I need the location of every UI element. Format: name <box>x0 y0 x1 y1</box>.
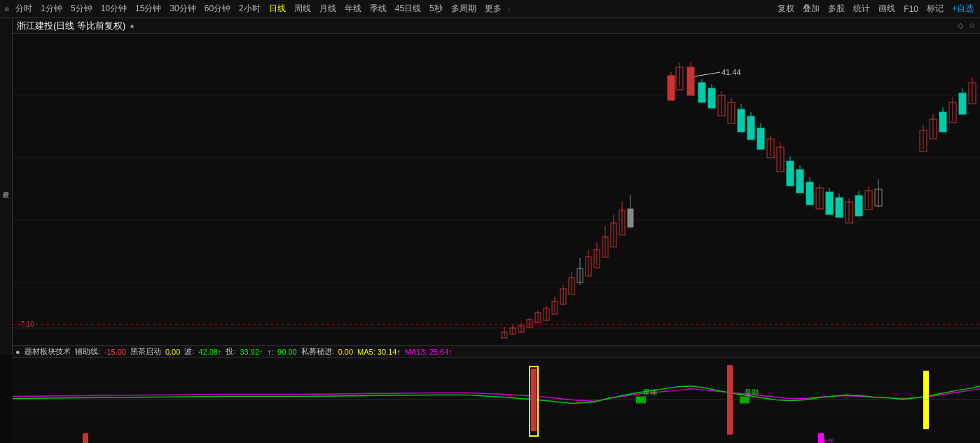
svg-rect-57 <box>747 116 754 139</box>
toolbar-divider-icon: ■ <box>3 4 11 14</box>
timeframe-5s[interactable]: 5秒 <box>426 1 446 16</box>
timeframe-2h[interactable]: 2小时 <box>235 1 264 16</box>
ind-label-arrow: ↑: <box>268 348 274 356</box>
btn-zixuan[interactable]: +自选 <box>948 1 977 16</box>
main-chart-area[interactable]: -7.10 <box>13 34 980 345</box>
btn-duogu[interactable]: 多股 <box>824 1 848 16</box>
left-price-axis: 技术分析 <box>0 18 13 355</box>
svg-rect-104 <box>727 400 733 435</box>
indicator-name: 题材板块技术 <box>25 346 71 357</box>
ind-val-invest: 33.92↑ <box>240 348 263 356</box>
ind-label-ma5: MA5: 30.14↑ <box>357 348 401 356</box>
svg-text:41.44: 41.44 <box>722 68 741 76</box>
svg-rect-75 <box>836 198 843 217</box>
timeframe-60min[interactable]: 60分钟 <box>201 1 234 16</box>
svg-rect-49 <box>708 88 715 108</box>
indicator-panel: ● 题材板块技术 辅助线: -15.00 黑茶启动 0.00 波: 42.08↑… <box>13 345 980 443</box>
btn-fuquan[interactable]: 复权 <box>774 1 798 16</box>
title-right-icons: ◇ ☆ <box>958 21 976 30</box>
candlestick-chart: -7.10 <box>13 34 980 345</box>
timeframe-yearly[interactable]: 年线 <box>341 1 365 16</box>
ind-val-black-tea: 0.00 <box>165 348 180 356</box>
stock-name-label: 浙江建投(日线 等比前复权) <box>17 20 125 32</box>
timeframe-weekly[interactable]: 周线 <box>291 1 315 16</box>
svg-rect-67 <box>796 170 803 193</box>
timeframe-daily[interactable]: 日线 <box>265 1 289 16</box>
timeframe-more[interactable]: 更多 <box>481 1 505 16</box>
timeframe-15min[interactable]: 15分钟 <box>132 1 165 16</box>
timeframe-multi[interactable]: 多周期 <box>448 1 480 16</box>
price-baseline-label: -7.10 <box>18 320 34 328</box>
svg-rect-45 <box>687 67 694 95</box>
btn-biaoji[interactable]: 标记 <box>923 1 947 16</box>
svg-rect-96 <box>13 358 980 443</box>
stock-settings-icon[interactable]: ● <box>130 22 134 30</box>
svg-rect-107 <box>923 371 929 400</box>
star-icon[interactable]: ☆ <box>969 21 976 30</box>
indicator-chart: 星期 星期 十年 <box>13 358 980 443</box>
ind-val-wave: 42.08↑ <box>198 348 221 356</box>
ind-val-arrow: 90.00 <box>277 348 297 356</box>
timeframe-30min[interactable]: 30分钟 <box>166 1 199 16</box>
svg-rect-89 <box>939 112 946 132</box>
ind-label-ma13: MA13: 25.64↑ <box>405 348 453 356</box>
bottom-mark: 十年 <box>822 437 834 443</box>
btn-tongji[interactable]: 统计 <box>850 1 874 16</box>
svg-rect-59 <box>757 128 764 149</box>
svg-rect-108 <box>923 400 929 430</box>
toolbar-right: 复权 叠加 多股 统计 画线 F10 标记 +自选 <box>774 1 977 16</box>
indicator-circle-icon: ● <box>15 348 20 356</box>
ind-label-invest: 投: <box>226 346 235 357</box>
svg-rect-65 <box>787 161 794 186</box>
timeframe-seasonal[interactable]: 季线 <box>366 1 390 16</box>
timeframe-5min[interactable]: 5分钟 <box>67 1 96 16</box>
btn-huaxian[interactable]: 画线 <box>875 1 899 16</box>
svg-rect-47 <box>698 83 705 102</box>
svg-rect-79 <box>855 196 862 216</box>
ind-label-wave: 波: <box>184 346 194 357</box>
timeframe-monthly[interactable]: 月线 <box>316 1 340 16</box>
svg-rect-37 <box>628 209 633 227</box>
svg-rect-106 <box>740 397 750 404</box>
svg-rect-100 <box>531 369 537 400</box>
svg-rect-101 <box>531 400 537 432</box>
top-toolbar: ■ 分时 1分钟 5分钟 10分钟 15分钟 30分钟 60分钟 2小时 日线 … <box>0 0 980 18</box>
svg-rect-55 <box>738 109 745 132</box>
week-label-1: 星期 <box>643 388 657 396</box>
svg-rect-103 <box>727 365 733 400</box>
svg-rect-93 <box>959 93 966 114</box>
diamond-icon[interactable]: ◇ <box>958 21 963 30</box>
stock-title-bar: 浙江建投(日线 等比前复权) ● ◇ ☆ <box>13 18 980 34</box>
timeframe-45d[interactable]: 45日线 <box>392 1 425 16</box>
timeframe-1min[interactable]: 1分钟 <box>37 1 66 16</box>
btn-f10[interactable]: F10 <box>900 3 922 15</box>
svg-rect-73 <box>826 192 833 214</box>
more-chevron-icon: › <box>506 4 512 14</box>
week-label-2: 星期 <box>745 388 759 396</box>
ind-label-black-tea: 黑茶启动 <box>130 346 161 357</box>
ind-label-private: 私募秘进: <box>301 346 334 357</box>
svg-rect-105 <box>636 397 646 404</box>
ind-label-auxiliary: 辅助线: <box>75 346 100 357</box>
ind-val-private: 0.00 <box>338 348 353 356</box>
svg-rect-109 <box>83 433 88 443</box>
candle-group-early <box>502 195 633 338</box>
timeframe-fen[interactable]: 分时 <box>12 1 36 16</box>
indicator-title-bar: ● 题材板块技术 辅助线: -15.00 黑茶启动 0.00 波: 42.08↑… <box>13 346 980 358</box>
btn-diejia[interactable]: 叠加 <box>799 1 823 16</box>
candle-group-peak: 41.44 <box>668 62 976 223</box>
timeframe-10min[interactable]: 10分钟 <box>97 1 130 16</box>
svg-line-42 <box>691 72 720 77</box>
svg-rect-69 <box>806 182 813 205</box>
svg-rect-39 <box>668 76 675 100</box>
ind-val-auxiliary: -15.00 <box>104 348 126 356</box>
